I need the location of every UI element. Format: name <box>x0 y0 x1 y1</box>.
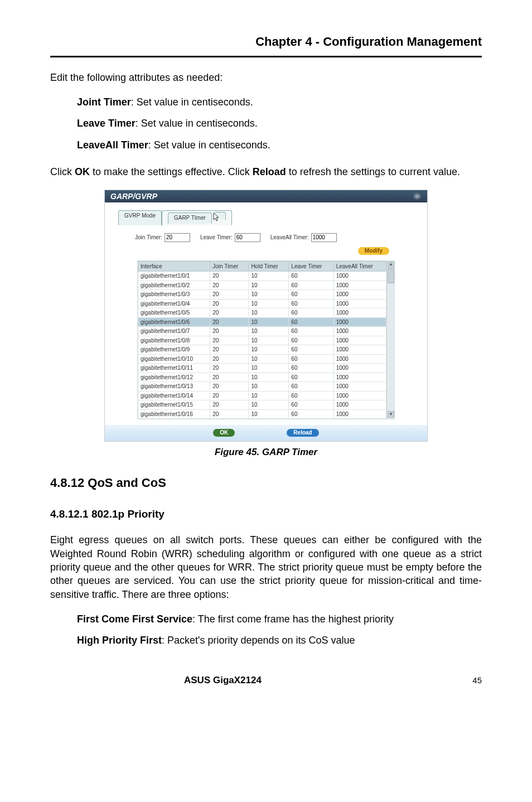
attr-label: Joint Timer <box>77 96 131 108</box>
cell-iface: gigabitethernet1/0/2 <box>138 281 210 290</box>
reload-button[interactable]: Reload <box>287 429 318 437</box>
cell-hold: 10 <box>249 345 289 355</box>
cell-leaveall: 1000 <box>333 345 386 355</box>
figure-45: GARP/GVRP GVRP Mode GARP TImer Join Time… <box>104 190 428 459</box>
cell-iface: gigabitethernet1/0/12 <box>138 373 210 382</box>
cell-join: 20 <box>210 327 249 336</box>
cell-join: 20 <box>210 336 249 345</box>
cell-leave: 60 <box>289 391 333 400</box>
cell-hold: 10 <box>249 409 289 419</box>
table-row[interactable]: gigabitethernet1/0/112010601000 <box>138 364 386 373</box>
table-row[interactable]: gigabitethernet1/0/32010601000 <box>138 290 386 299</box>
join-timer-input[interactable] <box>165 233 190 242</box>
scroll-thumb[interactable] <box>388 269 394 283</box>
decoration-icon <box>413 192 422 200</box>
cell-iface: gigabitethernet1/0/13 <box>138 382 210 392</box>
cell-join: 20 <box>210 299 249 308</box>
attr-desc: : Set value in centiseconds. <box>131 96 253 108</box>
leave-timer-field: Leave Timer: <box>200 233 260 242</box>
table-row[interactable]: gigabitethernet1/0/162010601000 <box>138 409 386 419</box>
cell-iface: gigabitethernet1/0/11 <box>138 364 210 373</box>
table-row[interactable]: gigabitethernet1/0/82010601000 <box>138 336 386 345</box>
cell-leaveall: 1000 <box>333 336 386 345</box>
cell-leaveall: 1000 <box>333 373 386 382</box>
table-row[interactable]: gigabitethernet1/0/132010601000 <box>138 382 386 392</box>
cell-leave: 60 <box>289 382 333 392</box>
cell-hold: 10 <box>249 391 289 400</box>
cell-leave: 60 <box>289 290 333 299</box>
cell-join: 20 <box>210 354 249 364</box>
cell-hold: 10 <box>249 308 289 318</box>
cell-hold: 10 <box>249 382 289 392</box>
table-row[interactable]: gigabitethernet1/0/62010601000 <box>138 317 386 327</box>
panel-title: GARP/GVRP <box>110 191 157 202</box>
cell-join: 20 <box>210 382 249 392</box>
cell-leaveall: 1000 <box>333 382 386 392</box>
option-label: High Priority First <box>77 635 162 646</box>
cell-iface: gigabitethernet1/0/4 <box>138 299 210 308</box>
option-desc: : Packet's priority depends on its CoS v… <box>162 635 355 646</box>
cell-iface: gigabitethernet1/0/5 <box>138 308 210 318</box>
cell-iface: gigabitethernet1/0/7 <box>138 327 210 336</box>
page-number: 45 <box>472 675 482 686</box>
table-row[interactable]: gigabitethernet1/0/52010601000 <box>138 308 386 318</box>
ok-button[interactable]: OK <box>213 429 235 437</box>
cell-leaveall: 1000 <box>333 400 386 410</box>
cell-iface: gigabitethernet1/0/8 <box>138 336 210 345</box>
reload-ref: Reload <box>253 166 286 177</box>
attribute-list: Joint Timer: Set value in centiseconds. … <box>77 95 482 152</box>
table-row[interactable]: gigabitethernet1/0/122010601000 <box>138 373 386 382</box>
intro-text: Edit the following attributes as needed: <box>50 71 482 84</box>
cell-leaveall: 1000 <box>333 327 386 336</box>
cell-leaveall: 1000 <box>333 299 386 308</box>
leave-timer-input[interactable] <box>235 233 260 242</box>
table-row[interactable]: gigabitethernet1/0/22010601000 <box>138 281 386 290</box>
attr-item: Joint Timer: Set value in centiseconds. <box>77 95 482 109</box>
attr-item: LeaveAll Timer: Set value in centisecond… <box>77 138 482 152</box>
table-row[interactable]: gigabitethernet1/0/102010601000 <box>138 354 386 364</box>
timer-table: Interface Join Timer Hold Timer Leave Ti… <box>137 260 395 420</box>
table-row[interactable]: gigabitethernet1/0/152010601000 <box>138 400 386 410</box>
cell-iface: gigabitethernet1/0/15 <box>138 400 210 410</box>
cell-join: 20 <box>210 409 249 419</box>
join-timer-label: Join Timer: <box>135 234 162 241</box>
table-row[interactable]: gigabitethernet1/0/42010601000 <box>138 299 386 308</box>
cell-hold: 10 <box>249 354 289 364</box>
click-paragraph: Click OK to make the settings effective.… <box>50 165 482 178</box>
cell-leave: 60 <box>289 327 333 336</box>
cell-iface: gigabitethernet1/0/9 <box>138 345 210 355</box>
scroll-down-icon[interactable]: ▼ <box>388 411 394 418</box>
subsection-heading-4-8-12-1: 4.8.12.1 802.1p Priority <box>50 507 482 521</box>
table-scrollbar[interactable]: ▲ ▼ <box>386 261 394 419</box>
table-row[interactable]: gigabitethernet1/0/142010601000 <box>138 391 386 400</box>
cell-join: 20 <box>210 317 249 327</box>
cell-join: 20 <box>210 345 249 355</box>
col-leave: Leave Timer <box>289 261 333 272</box>
tab-gvrp-mode[interactable]: GVRP Mode <box>118 210 162 225</box>
tab-garp-timer[interactable]: GARP TImer <box>162 210 232 225</box>
option-item: First Come First Service: The first come… <box>77 612 482 626</box>
cell-leave: 60 <box>289 317 333 327</box>
cell-iface: gigabitethernet1/0/1 <box>138 272 210 281</box>
tabs: GVRP Mode GARP TImer <box>118 210 414 225</box>
leaveall-timer-input[interactable] <box>311 233 337 242</box>
table-row[interactable]: gigabitethernet1/0/12010601000 <box>138 272 386 281</box>
cell-hold: 10 <box>249 336 289 345</box>
col-leaveall: LeaveAll Timer <box>333 261 386 272</box>
cell-hold: 10 <box>249 373 289 382</box>
cell-leave: 60 <box>289 364 333 373</box>
text-fragment: to make the settings effective. Click <box>90 166 253 177</box>
tab-label: GARP TImer <box>168 212 212 224</box>
table-row[interactable]: gigabitethernet1/0/72010601000 <box>138 327 386 336</box>
scroll-up-icon[interactable]: ▲ <box>388 262 394 268</box>
option-item: High Priority First: Packet's priority d… <box>77 634 482 647</box>
cell-hold: 10 <box>249 400 289 410</box>
cursor-icon <box>214 212 226 220</box>
attr-desc: : Set value in centiseconds. <box>136 118 258 129</box>
cell-leave: 60 <box>289 354 333 364</box>
panel-title-bar: GARP/GVRP <box>105 190 427 202</box>
ok-ref: OK <box>75 166 90 177</box>
table-row[interactable]: gigabitethernet1/0/92010601000 <box>138 345 386 355</box>
modify-button[interactable]: Modify <box>358 247 389 255</box>
option-list: First Come First Service: The first come… <box>77 612 482 648</box>
